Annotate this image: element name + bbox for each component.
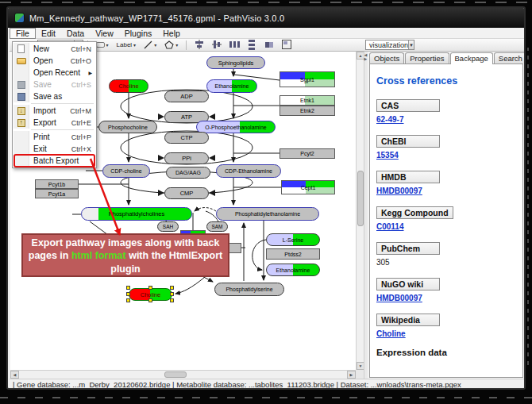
crossref-link[interactable]: Choline (376, 329, 406, 338)
file-menu-item-batch-export[interactable]: Batch Export (13, 155, 95, 167)
canvas-horizontal-scrollbar[interactable]: ◀ ▶ (10, 370, 356, 379)
file-menu-item-save[interactable]: SaveCtrl+S (13, 79, 95, 90)
file-menu-item-open-recent[interactable]: Open Recent▶ (13, 67, 95, 79)
label-template-text: Label (117, 41, 133, 48)
crossref-link[interactable]: 62-49-7 (376, 115, 403, 124)
status-bar: | Gene database: ...m_Derby_20120602.bri… (10, 379, 526, 390)
genebox-pcyt1b[interactable]: Pcyt1b (35, 179, 79, 189)
align-center-y-button[interactable] (211, 39, 222, 50)
menu-item-label: Save (29, 80, 71, 89)
chevron-down-icon[interactable]: ▼ (408, 40, 414, 49)
scroll-left-icon[interactable]: ◀ (10, 371, 19, 379)
genebox-pcyt1a[interactable]: Pcyt1a (35, 189, 79, 198)
visualization-value: visualization (369, 41, 408, 49)
menu-file[interactable]: File (10, 28, 36, 39)
datanode-icon (96, 42, 105, 48)
shape-icon (164, 40, 174, 49)
menu-item-label: Print (29, 133, 71, 141)
vertical-scroll-thumb[interactable] (357, 171, 364, 226)
chevron-down-icon: ▾ (106, 42, 109, 48)
menu-help[interactable]: Help (157, 28, 186, 39)
genebox-etnk1[interactable]: Etnk1 (279, 95, 335, 106)
selection-handle[interactable] (126, 286, 130, 290)
crossref-header: ChEBI (376, 135, 440, 148)
crossref-value: 305 (376, 258, 390, 267)
menu-item-shortcut: Ctrl+N (71, 45, 95, 53)
node-cdp-choline[interactable]: CDP-choline (102, 164, 150, 178)
file-menu-item-print[interactable]: PrintCtrl+P (13, 131, 95, 143)
menu-item-shortcut: Ctrl+M (70, 107, 95, 115)
crossref-link[interactable]: C00114 (376, 222, 403, 231)
file-menu-item-export[interactable]: ↑ExportCtrl+E (13, 117, 95, 129)
crossref-section-pubchem: PubChem305 (376, 240, 516, 267)
node-phosphatidylcholines[interactable]: Phosphatidylcholines (81, 207, 192, 221)
menu-plugins[interactable]: Plugins (119, 28, 157, 39)
overview-window-button[interactable] (281, 39, 292, 50)
node-choline-top[interactable]: Choline (109, 79, 148, 93)
node-ethanolamine-top[interactable]: Ethanolamine (206, 79, 257, 93)
stack-horizontal-button[interactable] (264, 39, 275, 50)
label-template-button[interactable]: Label▾ (114, 40, 140, 51)
node-sphingolipids[interactable]: Sphingolipids (206, 56, 265, 69)
tab-backpage[interactable]: Backpage (450, 52, 493, 64)
selection-handle[interactable] (170, 292, 174, 296)
genebox-cept1[interactable]: Cept1 (281, 180, 335, 194)
node-sam[interactable]: SAM (206, 221, 228, 232)
node-dag-aag[interactable]: DAG/AAG (166, 167, 210, 179)
menu-data[interactable]: Data (61, 28, 90, 39)
menu-view[interactable]: View (90, 28, 119, 39)
crossref-link[interactable]: HMDB00097 (376, 187, 422, 195)
crossref-link[interactable]: 15354 (376, 151, 399, 160)
node-l-serine[interactable]: L-Serine (266, 233, 320, 246)
crossref-link[interactable]: HMDB00097 (376, 294, 422, 302)
menu-bar: FileEditDataViewPluginsHelp (10, 28, 526, 39)
file-menu-item-open[interactable]: OpenCtrl+O (13, 55, 95, 67)
horizontal-scroll-thumb[interactable] (164, 371, 187, 378)
selection-handle[interactable] (170, 298, 174, 302)
menu-edit[interactable]: Edit (36, 28, 61, 39)
file-menu-item-import[interactable]: ↓ImportCtrl+M (13, 105, 95, 117)
file-menu-item-save-as[interactable]: Save as (13, 90, 95, 102)
genebox-etnk2[interactable]: Etnk2 (279, 106, 335, 116)
node-ppi[interactable]: PPi (164, 152, 209, 164)
tab-objects[interactable]: Objects (369, 52, 404, 63)
shape-tool-button[interactable]: ▾ (161, 40, 181, 51)
crossref-section-chebi: ChEBI15354 (376, 133, 516, 160)
node-phosphocholine[interactable]: Phosphocholine (98, 121, 157, 133)
selection-handle[interactable] (148, 298, 152, 302)
genebox-pcyt2[interactable]: Pcyt2 (279, 148, 335, 159)
menu-item-label: Exit (29, 144, 71, 153)
scroll-right-icon[interactable]: ▶ (347, 371, 356, 379)
genebox-sgpl1[interactable]: Sgpl1 (279, 71, 335, 87)
node-cdp-ethanolamine[interactable]: CDP-Ethanolamine (216, 164, 281, 178)
visualization-combobox[interactable]: visualization ▼ (365, 40, 414, 50)
line-tool-button[interactable]: ▾ (141, 40, 160, 51)
menu-item-label: Save as (29, 92, 95, 101)
menu-item-shortcut: Ctrl+P (71, 133, 95, 141)
distribute-horizontal-button[interactable] (229, 39, 240, 50)
align-center-x-button[interactable] (194, 39, 205, 50)
node-phosphatidylserine[interactable]: Phosphatidylserine (214, 283, 284, 296)
saveas-icon (17, 93, 25, 101)
menu-item-label: Import (29, 106, 70, 115)
distribute-vertical-button[interactable] (246, 39, 257, 50)
alignment-buttons (191, 39, 295, 52)
genebox-ptdss2[interactable]: Ptdss2 (266, 248, 320, 260)
canvas-vertical-scrollbar[interactable]: ▲ ▼ (356, 52, 364, 370)
selection-handle[interactable] (170, 286, 174, 290)
tab-search[interactable]: Search (494, 52, 526, 63)
selection-handle[interactable] (126, 292, 130, 296)
node-ctp[interactable]: CTP (164, 132, 209, 144)
file-menu-item-exit[interactable]: ExitCtrl+X (13, 143, 95, 155)
node-phosphatidylethanolamine[interactable]: Phosphatidylethanolamine (216, 207, 319, 221)
node-o-phosphoethanolamine[interactable]: O-Phosphoethanolamine (196, 121, 276, 133)
node-ethanolamine-bottom[interactable]: Ethanolamine (266, 264, 320, 276)
tab-properties[interactable]: Properties (405, 52, 449, 63)
selection-handle[interactable] (148, 286, 152, 290)
node-adp[interactable]: ADP (164, 90, 209, 102)
file-menu-item-new[interactable]: NewCtrl+N (13, 43, 95, 55)
node-cmp[interactable]: CMP (164, 187, 209, 199)
selection-handle[interactable] (126, 298, 130, 302)
node-sah[interactable]: SAH (157, 221, 179, 232)
reaction-arrowhead (209, 190, 215, 196)
